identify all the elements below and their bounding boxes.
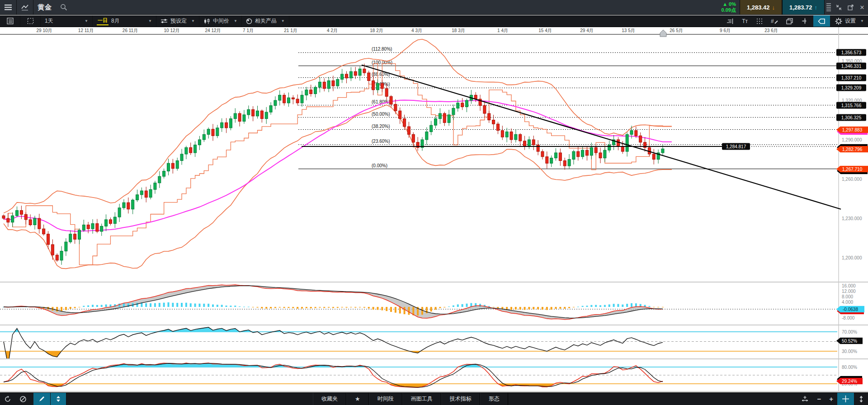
list-icon: [7, 18, 14, 24]
draw-mode-button[interactable]: [33, 393, 51, 405]
svg-text:(112.80%): (112.80%): [372, 47, 392, 52]
crosshair-mode-button[interactable]: [837, 393, 854, 405]
technical-indicators-label: 技术指标: [450, 395, 472, 403]
dotted-grid-icon: [756, 18, 763, 24]
svg-text:29 10月: 29 10月: [36, 28, 52, 33]
close-icon: ✕: [860, 4, 865, 11]
grid-toggle-button[interactable]: [752, 15, 767, 27]
svg-text:1 4月: 1 4月: [497, 28, 508, 33]
layers-button[interactable]: [782, 15, 797, 27]
preset-label: 预设定: [170, 17, 187, 25]
svg-text:1,260.000: 1,260.000: [842, 177, 862, 182]
svg-text:-8.000: -8.000: [842, 316, 855, 320]
crosshair-pin-icon: [802, 18, 808, 24]
svg-text:1,230.000: 1,230.000: [842, 216, 862, 221]
up-down-arrows-icon: [56, 396, 61, 402]
sell-arrow-down-icon: ↓: [772, 4, 775, 11]
price-ladder-icon[interactable]: [825, 0, 833, 14]
drawing-tools-button[interactable]: 画图工具: [402, 393, 441, 405]
order-axis-button[interactable]: [722, 15, 738, 27]
price-tag-icon: [818, 18, 826, 24]
preset-dropdown[interactable]: 预设定 ▼: [156, 15, 199, 27]
candlestick-icon: [203, 18, 210, 24]
popout-window-button[interactable]: [844, 0, 856, 14]
zoom-in-button[interactable]: +: [825, 393, 837, 405]
reset-chart-button[interactable]: [0, 393, 15, 405]
symbol-search-button[interactable]: [56, 0, 71, 14]
chart-type-button[interactable]: [17, 0, 33, 14]
collapse-window-button[interactable]: [833, 0, 844, 14]
svg-text:4.000: 4.000: [842, 300, 853, 305]
fit-vertical-button[interactable]: [854, 393, 868, 405]
related-icon: [246, 18, 252, 24]
fit-updown-icon: [859, 396, 864, 403]
crosshair-icon: [842, 396, 849, 402]
close-window-button[interactable]: ✕: [856, 0, 868, 14]
star-icon: ★: [355, 396, 360, 402]
titlebar-spacer: [71, 0, 718, 14]
crosshair-pin-button[interactable]: [797, 15, 812, 27]
range-dropdown[interactable]: 一日 8月 ▼: [93, 15, 156, 27]
price-label-tool-button[interactable]: [813, 15, 830, 27]
related-label: 相关产品: [255, 17, 277, 25]
change-readout: ▲ 0% 0.09点: [718, 0, 740, 14]
annotation-edit-button[interactable]: #: [767, 15, 782, 27]
title-bar: 黄金 ▲ 0% 0.09点 1,283.42 ↓ 1,283.72 ↑ ✕: [0, 0, 868, 15]
favorites-button[interactable]: 收藏夹: [313, 393, 346, 405]
price-type-label: 中间价: [213, 17, 229, 25]
svg-text:24 12月: 24 12月: [205, 28, 221, 33]
favorite-star-button[interactable]: ★: [346, 393, 369, 405]
zoom-out-button[interactable]: −: [813, 393, 825, 405]
svg-text:23 6月: 23 6月: [764, 28, 778, 33]
popout-icon: [847, 4, 854, 11]
hash-pencil-icon: #: [771, 18, 778, 24]
layers-icon: [786, 18, 793, 24]
svg-text:12 11月: 12 11月: [78, 28, 94, 33]
clear-drawings-button[interactable]: [15, 393, 31, 405]
change-percent: ▲ 0%: [722, 1, 736, 7]
settings-dropdown[interactable]: 设置 ▼: [831, 15, 868, 27]
pan-arrows-icon: [801, 396, 809, 402]
svg-text:21 1月: 21 1月: [284, 28, 297, 33]
timeframe-dropdown[interactable]: 1天 ▼: [41, 15, 93, 27]
sell-price-button[interactable]: 1,283.42 ↓: [740, 0, 782, 14]
main-menu-button[interactable]: [0, 0, 17, 14]
select-region-button[interactable]: [20, 15, 41, 27]
text-tool-button[interactable]: Tт: [738, 15, 752, 27]
svg-text:(50.00%): (50.00%): [372, 112, 390, 117]
chevron-down-icon: ▼: [85, 19, 88, 23]
patterns-button[interactable]: 形态: [480, 393, 508, 405]
bottombar-spacer: [508, 393, 797, 405]
watchlist-button[interactable]: [0, 15, 20, 27]
related-products-dropdown[interactable]: 相关产品 ▼: [242, 15, 289, 27]
svg-text:30.00%: 30.00%: [842, 349, 857, 354]
svg-text:1,320.000: 1,320.000: [842, 98, 862, 103]
svg-text:(0.00%): (0.00%): [372, 163, 387, 168]
svg-text:(38.20%): (38.20%): [372, 124, 390, 129]
svg-text:15 4月: 15 4月: [538, 28, 552, 33]
buy-price-button[interactable]: 1,283.72 ↑: [782, 0, 825, 14]
bottombar-gap: [66, 393, 313, 405]
timespan-button[interactable]: 时间段: [369, 393, 402, 405]
pan-mode-button[interactable]: [797, 393, 813, 405]
svg-text:70.00%: 70.00%: [842, 330, 857, 334]
svg-text:80.00%: 80.00%: [842, 365, 857, 370]
search-icon: [60, 4, 67, 11]
technical-indicators-button[interactable]: 技术指标: [441, 393, 480, 405]
settings-label: 设置: [845, 17, 856, 25]
svg-text:12.000: 12.000: [842, 289, 856, 294]
svg-text:18 2月: 18 2月: [370, 28, 383, 33]
drawing-tools-label: 画图工具: [411, 395, 433, 403]
line-chart-check-icon: [21, 4, 29, 11]
chart-canvas[interactable]: 29 10月12 11月26 11月10 12月24 12月7 1月21 1月4…: [0, 0, 868, 405]
no-entry-icon: [19, 396, 27, 403]
refresh-icon: [4, 396, 11, 403]
svg-text:1,290.000: 1,290.000: [842, 137, 862, 142]
pencil-icon: [38, 396, 45, 402]
hamburger-icon: [4, 4, 12, 10]
nudge-updown-button[interactable]: [51, 393, 66, 405]
chevron-down-icon: ▼: [191, 19, 195, 23]
chart-toolbar: 1天 ▼ 一日 8月 ▼ 预设定 ▼ 中间价 ▼ 相关产品 ▼: [0, 15, 868, 27]
svg-text:(61.80%): (61.80%): [372, 99, 390, 104]
price-type-dropdown[interactable]: 中间价 ▼: [199, 15, 242, 27]
